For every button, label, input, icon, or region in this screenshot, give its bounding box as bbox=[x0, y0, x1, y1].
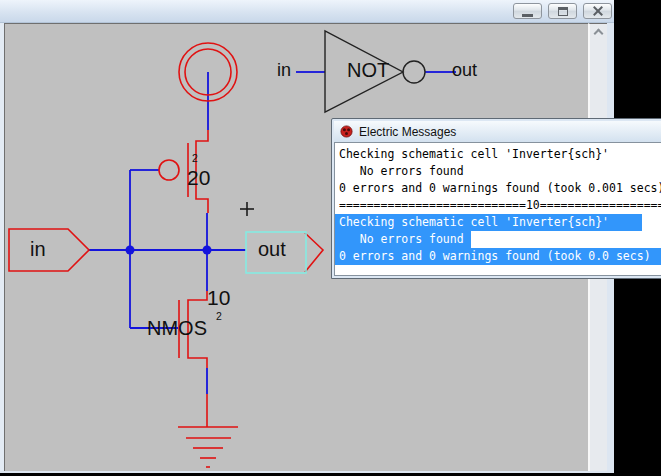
out-port-pin[interactable] bbox=[305, 233, 323, 272]
message-separator-line: ===========================10===========… bbox=[335, 197, 661, 214]
messages-log[interactable]: Checking schematic cell 'Inverter{sch}' … bbox=[334, 142, 661, 276]
message-line: Checking schematic cell 'Inverter{sch}' bbox=[335, 146, 661, 163]
message-line-selected: Checking schematic cell 'Inverter{sch}' bbox=[335, 214, 661, 231]
nmos-width-label[interactable]: 10 bbox=[207, 286, 230, 309]
nmos-exponent-label[interactable]: 2 bbox=[216, 311, 222, 323]
cursor-crosshair-icon bbox=[240, 202, 254, 216]
electric-app-icon bbox=[340, 125, 353, 138]
junction-dot bbox=[126, 246, 135, 255]
message-line: No errors found bbox=[335, 163, 661, 180]
message-line-selected: 0 errors and 0 warnings found (took 0.0 … bbox=[335, 248, 661, 265]
not-gate-label: NOT bbox=[347, 59, 389, 81]
nmos-name-label[interactable]: NMOS bbox=[147, 317, 207, 339]
not-gate-in-label: in bbox=[277, 61, 291, 81]
in-port-label[interactable]: in bbox=[30, 238, 46, 260]
not-gate-bubble bbox=[403, 61, 425, 83]
pmos-gate-bubble bbox=[159, 160, 179, 180]
not-gate-out-label: out bbox=[452, 61, 477, 81]
screen: in out 2 20 10 2 NMOS in NOT out Electri… bbox=[0, 0, 661, 476]
pmos-exponent-label[interactable]: 2 bbox=[192, 153, 198, 165]
ground-symbol[interactable] bbox=[178, 394, 238, 467]
message-line: 0 errors and 0 warnings found (took 0.00… bbox=[335, 180, 661, 197]
out-port-label[interactable]: out bbox=[258, 238, 286, 260]
messages-titlebar[interactable]: Electric Messages bbox=[334, 121, 661, 142]
messages-window-title: Electric Messages bbox=[359, 125, 456, 139]
junction-dot bbox=[203, 246, 212, 255]
pmos-width-label[interactable]: 20 bbox=[187, 166, 210, 189]
message-line-selected: No errors found bbox=[335, 231, 661, 248]
in-port-pin[interactable] bbox=[9, 229, 89, 271]
messages-window: Electric Messages Checking schematic cel… bbox=[331, 118, 661, 279]
